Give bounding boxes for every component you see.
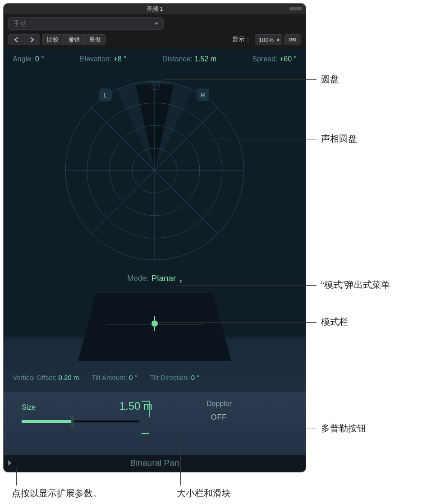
callout-size: 大小栏和滑块 — [177, 487, 231, 499]
plugin-name: Binaural Pan — [130, 458, 179, 468]
callout-puck: 圆盘 — [321, 73, 339, 85]
doppler-block: Doppler OFF — [206, 400, 232, 447]
doppler-button[interactable]: OFF — [206, 412, 231, 422]
preset-row: 手动 — [4, 14, 306, 32]
callout-mode-col: 模式栏 — [321, 316, 348, 328]
size-slider-thumb[interactable] — [71, 415, 73, 428]
angle-value[interactable]: 0 ° — [35, 55, 44, 63]
show-label: 显示： — [232, 36, 251, 44]
angle-label: Angle: — [13, 55, 33, 63]
size-slider[interactable] — [22, 417, 139, 426]
tdir-label: Tilt Direction: — [150, 374, 189, 381]
callout-line — [207, 139, 317, 139]
compare-button[interactable]: 比较 — [42, 34, 63, 45]
tilt-row: Vertical Offset: 0.20 m Tilt Amount: 0 °… — [4, 365, 306, 384]
link-icon — [288, 37, 297, 42]
redo-button[interactable]: 重做 — [84, 34, 106, 45]
chevron-left-icon — [14, 37, 18, 42]
zoom-select[interactable]: 100% — [255, 34, 282, 45]
plugin-footer: Binaural Pan — [4, 455, 306, 471]
elevation-value[interactable]: +8 ° — [114, 55, 127, 63]
mode-row: Mode: Planar — [4, 273, 306, 283]
size-label: Size — [22, 403, 36, 412]
chevron-down-icon — [154, 23, 159, 25]
pan-area[interactable]: L R — [4, 66, 306, 264]
link-button[interactable] — [284, 34, 301, 45]
callout-disclosure: 点按以显示扩展参数。 — [12, 487, 102, 499]
mode-value-text: Planar — [151, 273, 176, 283]
bottom-panel: Size 1.50 m Doppler OFF — [4, 392, 306, 455]
next-button[interactable] — [24, 34, 40, 45]
window-titlebar[interactable]: 音频 1 — [4, 4, 306, 14]
nav-group — [8, 34, 40, 45]
bracket-icon — [142, 401, 150, 434]
callout-line — [180, 437, 181, 486]
spread-value[interactable]: +60 ° — [280, 55, 297, 63]
mode-label: Mode: — [127, 274, 148, 283]
mode-slider-thumb[interactable] — [151, 320, 158, 327]
plugin-body: Angle: 0 ° Elevation: +8 ° Distance: 1.5… — [4, 49, 306, 471]
mode-select[interactable]: Planar — [151, 273, 182, 283]
preset-select[interactable]: 手动 — [8, 17, 164, 30]
toolbar: 比较 撤销 重做 显示： 100% — [4, 32, 306, 49]
mode-area[interactable] — [78, 289, 231, 365]
left-badge: L — [99, 88, 112, 101]
tdir-value[interactable]: 0 ° — [191, 374, 200, 381]
callout-mode-popup: “模式”弹出式菜单 — [321, 279, 390, 291]
param-row: Angle: 0 ° Elevation: +8 ° Distance: 1.5… — [4, 49, 306, 66]
tamount-value[interactable]: 0 ° — [129, 374, 138, 381]
callout-pan-puck: 声相圆盘 — [321, 133, 357, 145]
callout-line — [176, 285, 317, 286]
distance-value[interactable]: 1.52 m — [194, 55, 216, 63]
window-title: 音频 1 — [147, 5, 163, 13]
tamount-label: Tilt Amount: — [92, 374, 127, 381]
prev-button[interactable] — [8, 34, 24, 45]
titlebar-pill — [289, 7, 302, 10]
size-block: Size 1.50 m — [22, 400, 152, 447]
disclosure-triangle-icon[interactable] — [8, 460, 12, 466]
chevron-right-icon — [30, 37, 34, 42]
plugin-window: 音频 1 手动 比较 撤销 重做 显示： 100% — [4, 4, 306, 472]
callout-line — [252, 429, 317, 429]
spread-label: Spread: — [252, 55, 278, 63]
distance-label: Distance: — [162, 55, 193, 63]
voffset-label: Vertical Offset: — [13, 374, 56, 381]
doppler-label: Doppler — [206, 400, 232, 408]
undo-button[interactable]: 撤销 — [63, 34, 84, 45]
callout-line — [159, 322, 317, 323]
elevation-label: Elevation: — [80, 55, 111, 63]
callout-line — [163, 79, 317, 80]
right-badge: R — [197, 88, 209, 101]
pan-radar[interactable] — [64, 80, 245, 261]
zoom-value: 100% — [259, 37, 274, 43]
edit-group: 比较 撤销 重做 — [42, 34, 106, 45]
voffset-value[interactable]: 0.20 m — [58, 374, 79, 381]
callout-doppler: 多普勒按钮 — [321, 422, 366, 435]
preset-placeholder: 手动 — [13, 19, 27, 28]
callout-line — [16, 467, 17, 486]
